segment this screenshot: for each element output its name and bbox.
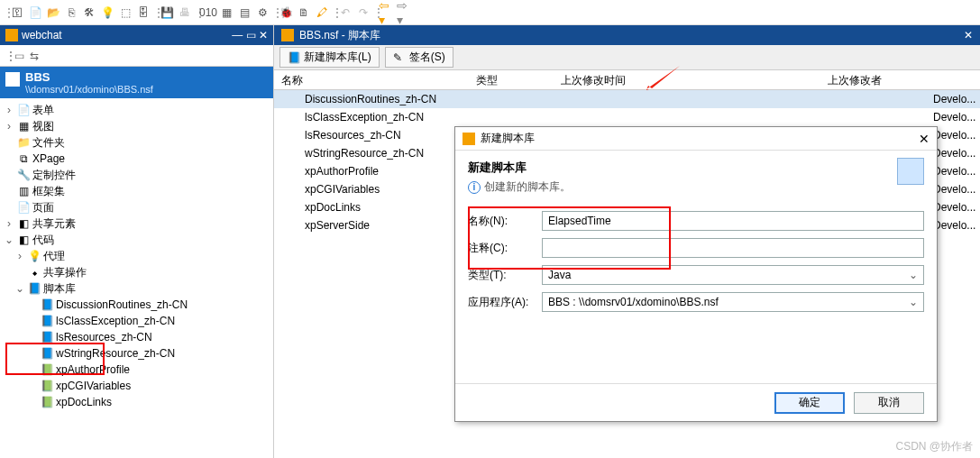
ok-button[interactable]: 确定 (774, 392, 845, 414)
sign-button[interactable]: ✎ 签名(S) (385, 47, 453, 68)
print-icon[interactable]: 🖶 (177, 5, 193, 21)
tree-node-icon: 📘 (41, 315, 53, 327)
bulb-icon[interactable]: 💡 (99, 5, 115, 21)
tree-node-icon: 📘 (41, 347, 53, 360)
tree-node-icon: 📘 (28, 282, 41, 295)
tree-node-icon: 📗 (41, 396, 53, 408)
chevron-down-icon: ⌄ (909, 296, 918, 308)
back-icon[interactable]: ⇦ ▾ (379, 5, 395, 21)
tree-label: 页面 (32, 200, 54, 215)
tree-item[interactable]: 📘lsClassException_zh-CN (2, 313, 271, 329)
tree-label: lsClassException_zh-CN (56, 315, 175, 327)
dialog-titlebar: 新建脚本库 ✕ (455, 127, 937, 151)
table-row[interactable]: lsClassException_zh-CNDevelo... (274, 108, 980, 126)
tree-label: 视图 (32, 119, 54, 134)
panel-controls[interactable]: — ▭ ✕ (232, 29, 268, 41)
tree-node-icon: ⧉ (17, 152, 30, 165)
tree-label: xpCGIVariables (56, 380, 131, 392)
tree-item[interactable]: ⌄◧代码 (2, 232, 271, 248)
tree-label: 文件夹 (32, 135, 65, 151)
tool-icon[interactable]: 🛠 (81, 5, 97, 21)
tree-item[interactable]: 📘wStringResource_zh-CN (2, 345, 271, 362)
tree-item[interactable]: ▥框架集 (2, 183, 271, 199)
twisty-icon[interactable]: › (4, 104, 14, 116)
undo-icon[interactable]: ↶ (337, 5, 353, 21)
cell-name: xpAuthorProfile (274, 165, 469, 178)
tree-item[interactable]: 🔧定制控件 (2, 167, 271, 183)
col-type[interactable]: 类型 (469, 70, 554, 89)
tree-item[interactable]: 📄页面 (2, 199, 271, 215)
new-icon[interactable]: 📄 (27, 5, 43, 21)
new-script-library-dialog: 新建脚本库 ✕ 新建脚本库 i 创建新的脚本库。 名称(N): 注释(C): 类… (454, 126, 938, 422)
cell-name: lsClassException_zh-CN (274, 111, 469, 124)
name-input[interactable] (542, 211, 924, 231)
tree-item[interactable]: 📗xpDocLinks (2, 394, 271, 410)
close-icon[interactable]: ✕ (919, 132, 930, 146)
twisty-icon[interactable]: › (4, 217, 14, 230)
dialog-footer: 确定 取消 (455, 383, 937, 421)
panel-title-bar: webchat — ▭ ✕ (0, 25, 273, 45)
close-icon[interactable]: ✕ (964, 29, 973, 41)
comment-input[interactable] (542, 238, 924, 258)
tree-item[interactable]: ›◧共享元素 (2, 215, 271, 232)
box-icon[interactable]: ⬚ (117, 5, 133, 21)
app-select[interactable]: BBS : \\domsrv01/xdomino\BBS.nsf⌄ (542, 292, 924, 312)
note-icon[interactable]: 🗎 (296, 5, 312, 21)
editor-title: BBS.nsf - 脚本库 (299, 28, 380, 43)
col-modified[interactable]: 上次修改时间 (554, 70, 820, 89)
info-icon: i (468, 181, 481, 194)
cancel-button[interactable]: 取消 (854, 392, 924, 414)
save-icon[interactable]: 💾 (159, 5, 175, 21)
binary-icon[interactable]: 010 (200, 5, 216, 21)
table-row[interactable]: DiscussionRoutines_zh-CNDevelo... (274, 90, 980, 108)
tree-item[interactable]: ⧉XPage (2, 151, 271, 167)
tree-item[interactable]: ⬥共享操作 (2, 264, 271, 280)
tree-label: 脚本库 (43, 281, 76, 297)
gear-icon[interactable]: ⚙ (254, 5, 270, 21)
cell-name: xpCGIVariables (274, 183, 469, 196)
new-script-lib-button[interactable]: 📘 新建脚本库(L) (279, 47, 380, 68)
col-modifier[interactable]: 上次修改者 (820, 70, 980, 89)
forward-icon[interactable]: ⇨ ▾ (397, 5, 413, 21)
tree-item[interactable]: 📘DiscussionRoutines_zh-CN (2, 297, 271, 313)
name-label: 名称(N): (468, 214, 538, 229)
db-icon[interactable]: 🗄 (135, 5, 151, 21)
twisty-icon[interactable]: ⌄ (4, 234, 14, 246)
tree-item[interactable]: 📗xpAuthorProfile (2, 362, 271, 378)
app-label: 应用程序(A): (468, 295, 538, 310)
comment-label: 注释(C): (468, 241, 538, 256)
tree-node-icon: 🔧 (17, 169, 30, 181)
tree-item[interactable]: ›📄表单 (2, 102, 271, 118)
copy-icon[interactable]: ⎘ (63, 5, 79, 21)
highlight-icon[interactable]: 🖍 (314, 5, 330, 21)
grid2-icon[interactable]: ▤ (236, 5, 252, 21)
new-lib-icon: 📘 (288, 51, 300, 64)
bug-icon[interactable]: 🐞 (278, 5, 294, 21)
grid1-icon[interactable]: ▦ (218, 5, 234, 21)
col-name[interactable]: 名称 (274, 70, 469, 89)
cell-name: DiscussionRoutines_zh-CN (274, 93, 469, 105)
tree-label: 框架集 (32, 184, 65, 199)
cell-name: xpServerSide (274, 219, 469, 232)
navigator-tree[interactable]: ›📄表单›▦视图📁文件夹⧉XPage🔧定制控件▥框架集📄页面›◧共享元素⌄◧代码… (0, 98, 273, 458)
twisty-icon[interactable]: › (4, 120, 14, 133)
tree-item[interactable]: ›💡代理 (2, 248, 271, 264)
twisty-icon[interactable]: ⌄ (14, 282, 25, 295)
twisty-icon[interactable]: › (14, 250, 25, 262)
db-icon (5, 72, 20, 87)
tree-item[interactable]: ›▦视图 (2, 118, 271, 134)
type-select[interactable]: Java⌄ (542, 265, 924, 285)
collapse-icon[interactable]: ▭ (14, 50, 24, 62)
bbs-header[interactable]: BBS \\domsrv01/xdomino\BBS.nsf (0, 67, 273, 98)
key-icon[interactable]: ⚿ (9, 5, 25, 21)
link-icon[interactable]: ⇆ (30, 50, 39, 62)
tree-item[interactable]: 📗xpCGIVariables (2, 378, 271, 394)
dialog-heading: 新建脚本库 (468, 160, 924, 176)
tree-item[interactable]: 📘lsResources_zh-CN (2, 329, 271, 345)
toolbar-sep (153, 6, 157, 19)
open-icon[interactable]: 📂 (45, 5, 61, 21)
tree-item[interactable]: ⌄📘脚本库 (2, 280, 271, 297)
redo-icon[interactable]: ↷ (355, 5, 371, 21)
chevron-down-icon: ⌄ (909, 269, 918, 281)
tree-item[interactable]: 📁文件夹 (2, 134, 271, 151)
